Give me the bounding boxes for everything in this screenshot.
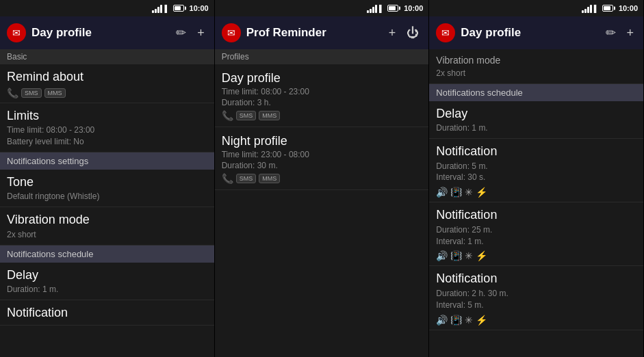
status-icons-2: ▌ <box>367 3 398 13</box>
notification-row-3b[interactable]: Notification Duration: 25 m.Interval: 1 … <box>429 202 643 266</box>
limits-title: Limits <box>7 109 207 124</box>
vibration-mode-title: Vibration mode <box>7 213 207 228</box>
notification-subtitle-3c: Duration: 2 h. 30 m.Interval: 5 m. <box>436 288 636 311</box>
signal-bar <box>370 9 372 13</box>
notif-icons-3b: 🔊 📳 ✳ ⚡ <box>436 250 636 261</box>
status-bar-2: ▌ 10:00 <box>215 0 429 16</box>
signal-bar <box>375 5 377 13</box>
status-bar-3: ▌ 10:00 <box>429 0 643 16</box>
sms-badge-day: SMS <box>236 111 257 120</box>
day-profile-item[interactable]: Day profile Time limit: 08:00 - 23:00 Du… <box>215 64 429 127</box>
signal-bar <box>372 7 374 13</box>
night-profile-duration: Duration: 30 m. <box>222 161 422 170</box>
delay-title-3: Delay <box>436 107 636 122</box>
day-profile-name: Day profile <box>222 71 422 85</box>
notification-title-1: Notification <box>7 306 207 321</box>
sound-icon-3b: 🔊 <box>436 250 448 261</box>
remind-about-row[interactable]: Remind about 📞 SMS MMS <box>0 64 214 103</box>
vibration-mode-subtitle: 2x short <box>7 229 207 241</box>
app-bar-3: ✉ Day profile ✏ + <box>429 16 643 49</box>
network-icon-3: ▌ <box>594 5 599 12</box>
signal-bar <box>587 7 589 13</box>
notif-icons-3c: 🔊 📳 ✳ ⚡ <box>436 315 636 326</box>
power-button-2[interactable]: ⏻ <box>404 23 422 43</box>
signal-bars-1 <box>152 3 162 13</box>
light-icon-3b: ✳ <box>465 250 473 261</box>
phone-icon-day: 📞 <box>222 110 233 121</box>
panel-day-profile-detail: ▌ 10:00 ✉ Day profile ✏ + Vibration mode… <box>429 0 644 357</box>
status-bar-1: ▌ 10:00 <box>0 0 214 16</box>
signal-bar <box>155 9 157 13</box>
remind-about-title: Remind about <box>7 70 207 85</box>
notifications-settings-header: Notifications settings <box>0 153 214 170</box>
vibration-mode-row[interactable]: Vibration mode 2x short <box>0 207 214 245</box>
notification-title-3b: Notification <box>436 208 636 223</box>
app-title-3: Day profile <box>461 26 597 40</box>
panel2-content[interactable]: Day profile Time limit: 08:00 - 23:00 Du… <box>215 64 429 357</box>
delay-row-1[interactable]: Delay Duration: 1 m. <box>0 263 214 300</box>
day-profile-time: Time limit: 08:00 - 23:00 <box>222 87 422 96</box>
basic-section-header: Basic <box>0 49 214 64</box>
time-1: 10:00 <box>190 4 209 12</box>
flash-icon-3c: ⚡ <box>476 315 487 326</box>
app-logo-2: ✉ <box>222 23 241 42</box>
signal-bars-3 <box>582 3 592 13</box>
signal-bar <box>367 10 369 13</box>
mms-badge-day: MMS <box>259 111 280 120</box>
edit-button-1[interactable]: ✏ <box>173 23 189 43</box>
profiles-section-header: Profiles <box>215 49 429 64</box>
notifications-schedule-header-3: Notifications schedule <box>429 84 643 101</box>
signal-bars-2 <box>367 3 377 13</box>
panel1-content[interactable]: Remind about 📞 SMS MMS Limits Time limit… <box>0 64 214 357</box>
status-icons-3: ▌ <box>582 3 613 13</box>
notification-row-3c[interactable]: Notification Duration: 2 h. 30 m.Interva… <box>429 266 643 330</box>
vibration-mode-top[interactable]: Vibration mode 2x short <box>429 49 643 84</box>
remind-about-icons: 📞 SMS MMS <box>7 88 207 98</box>
notification-subtitle-3a: Duration: 5 m.Interval: 30 s. <box>436 161 636 184</box>
add-button-1[interactable]: + <box>194 23 207 43</box>
notification-title-3a: Notification <box>436 144 636 159</box>
sms-badge: SMS <box>21 88 42 98</box>
notification-subtitle-3b: Duration: 25 m.Interval: 1 m. <box>436 224 636 248</box>
vibrate-icon-3c: 📳 <box>450 315 462 326</box>
signal-bar <box>160 5 162 13</box>
notification-row-1[interactable]: Notification <box>0 300 214 326</box>
mms-badge-night: MMS <box>259 174 280 183</box>
delay-row-3[interactable]: Delay Duration: 1 m. <box>429 101 643 139</box>
day-profile-icons: 📞 SMS MMS <box>222 110 422 121</box>
signal-bar <box>590 5 592 13</box>
phone-icon-night: 📞 <box>222 173 233 184</box>
battery-icon-2 <box>387 5 398 12</box>
time-2: 10:00 <box>404 4 423 12</box>
night-profile-name: Night profile <box>222 134 422 148</box>
network-icon: ▌ <box>164 5 169 12</box>
signal-bar <box>582 10 584 13</box>
add-button-2[interactable]: + <box>386 23 399 43</box>
panel-prof-reminder: ▌ 10:00 ✉ Prof Reminder + ⏻ Profiles Day… <box>215 0 430 357</box>
delay-title-1: Delay <box>7 268 207 283</box>
panel-day-profile: ▌ 10:00 ✉ Day profile ✏ + Basic Remind a… <box>0 0 215 357</box>
notification-row-3a[interactable]: Notification Duration: 5 m.Interval: 30 … <box>429 139 643 202</box>
delay-subtitle-1: Duration: 1 m. <box>7 284 207 295</box>
signal-bar <box>157 7 159 13</box>
flash-icon-3a: ⚡ <box>476 187 487 198</box>
limits-row[interactable]: Limits Time limit: 08:00 - 23:00Battery … <box>0 103 214 153</box>
sound-icon-3a: 🔊 <box>436 187 448 198</box>
night-profile-time: Time limit: 23:00 - 08:00 <box>222 150 422 159</box>
night-profile-item[interactable]: Night profile Time limit: 23:00 - 08:00 … <box>215 127 429 190</box>
status-icons-1: ▌ <box>152 3 183 13</box>
network-icon-2: ▌ <box>379 5 384 12</box>
day-profile-duration: Duration: 3 h. <box>222 98 422 107</box>
tone-title: Tone <box>7 175 207 190</box>
tone-row[interactable]: Tone Default ringtone (Whistle) <box>0 170 214 207</box>
notification-title-3c: Notification <box>436 272 636 287</box>
edit-button-3[interactable]: ✏ <box>603 23 619 43</box>
panel3-content[interactable]: Vibration mode 2x short Notifications sc… <box>429 49 643 357</box>
vibrate-icon-3a: 📳 <box>450 187 462 198</box>
app-title-1: Day profile <box>31 26 168 40</box>
add-button-3[interactable]: + <box>624 23 637 43</box>
notifications-schedule-header-1: Notifications schedule <box>0 246 214 263</box>
vibrate-icon-3b: 📳 <box>450 250 462 261</box>
app-logo-1: ✉ <box>7 23 26 42</box>
notif-icons-3a: 🔊 📳 ✳ ⚡ <box>436 187 636 198</box>
